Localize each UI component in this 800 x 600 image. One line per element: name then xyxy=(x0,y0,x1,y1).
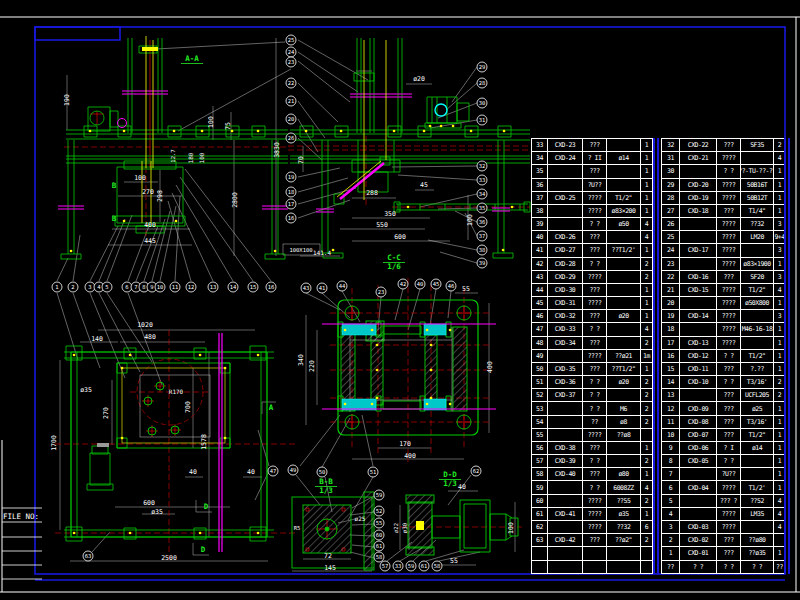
view-label: B-B xyxy=(319,477,333,486)
balloon-callout: 41 xyxy=(317,283,327,293)
balloon-callout: 2 xyxy=(68,282,78,292)
table-cell: ?U?? xyxy=(717,468,741,481)
table-cell: 1 xyxy=(641,468,653,481)
table-cell xyxy=(607,284,641,297)
table-cell: 28 xyxy=(662,192,680,205)
table-cell: ???? xyxy=(583,205,607,218)
dimension-label: 700 xyxy=(184,401,192,413)
table-cell: CXD-16 xyxy=(680,271,717,284)
table-cell: ???? xyxy=(717,231,741,244)
svg-text:46: 46 xyxy=(448,283,455,289)
table-cell xyxy=(548,561,583,574)
table-cell xyxy=(548,495,583,508)
dimension-label: 400 xyxy=(486,361,494,373)
dimension-label: 75 xyxy=(224,122,232,130)
balloon-callout: 40 xyxy=(415,279,425,289)
table-cell: 53 xyxy=(532,402,548,415)
balloon-callout: 59 xyxy=(406,561,416,571)
svg-text:39: 39 xyxy=(479,260,486,266)
balloon-callout: 55 xyxy=(374,518,384,528)
table-row: 15CXD-11????.??1 xyxy=(662,363,786,376)
table-cell: T1/2" xyxy=(741,284,774,297)
table-cell xyxy=(607,547,641,560)
table-row: 16CXD-12? ?T1/2"1 xyxy=(662,350,786,363)
table-cell xyxy=(607,337,641,350)
svg-text:37: 37 xyxy=(479,233,486,239)
balloon-callout: 28 xyxy=(477,78,487,88)
svg-text:58: 58 xyxy=(434,563,441,569)
table-cell: 36 xyxy=(532,179,548,192)
table-cell: T3/16' xyxy=(741,416,774,429)
svg-text:19: 19 xyxy=(288,174,295,180)
file-no-label: FILE NO: xyxy=(3,512,39,521)
balloon-callout: 21 xyxy=(286,96,296,106)
dimension-label: 298 xyxy=(156,190,164,202)
svg-text:13: 13 xyxy=(210,284,217,290)
dimension-label: 1020 xyxy=(137,321,153,329)
table-cell xyxy=(548,416,583,429)
table-cell: SF20 xyxy=(741,271,774,284)
dimension-label: 220 xyxy=(308,360,316,372)
dimension-label: 180 xyxy=(187,152,194,163)
table-cell: ???? xyxy=(583,297,607,310)
view-label: C-C xyxy=(387,253,401,262)
svg-text:63: 63 xyxy=(85,553,92,559)
table-cell xyxy=(532,561,548,574)
table-cell xyxy=(607,389,641,402)
table-row: 60??????552 xyxy=(532,495,653,508)
dimension-label: ø25 xyxy=(355,515,366,522)
view-section-a-a xyxy=(61,38,288,259)
table-row: 20????ø50X8001 xyxy=(662,297,786,310)
table-cell xyxy=(680,165,717,178)
table-row: 28CXD-19????50B12T1 xyxy=(662,192,786,205)
table-cell: 19 xyxy=(662,310,680,323)
table-row: 9CXD-06? Iø141 xyxy=(662,442,786,455)
table-row: 50CXD-35?????T1/2"1 xyxy=(532,363,653,376)
view-label: D xyxy=(204,502,209,511)
table-row: 40CXD-26???4 xyxy=(532,231,653,244)
table-cell xyxy=(680,389,717,402)
dimension-label: 12.7 xyxy=(170,149,176,162)
table-cell: 25 xyxy=(662,231,680,244)
view-label: D-D xyxy=(443,470,457,479)
table-cell xyxy=(641,429,653,442)
svg-text:6: 6 xyxy=(125,284,128,290)
view-detail-b-b xyxy=(292,492,374,570)
table-cell xyxy=(548,521,583,534)
balloon-callout: 52 xyxy=(374,506,384,516)
view-label: 1/3 xyxy=(319,486,333,495)
table-cell xyxy=(548,205,583,218)
table-cell: ??ø80 xyxy=(741,534,774,547)
table-cell: CXD-22 xyxy=(680,139,717,152)
table-cell: ø14 xyxy=(607,152,641,165)
table-row: 39? ?ø504 xyxy=(532,218,653,231)
balloon-callout: 23 xyxy=(376,287,386,297)
table-row xyxy=(532,561,653,574)
table-cell: ??ø35 xyxy=(741,547,774,560)
table-cell: CXD-09 xyxy=(680,402,717,415)
table-row: ??? ?? ?? ??? xyxy=(662,561,786,574)
dimension-label: 45 xyxy=(420,181,428,189)
table-cell: 18 xyxy=(662,323,680,336)
table-cell xyxy=(548,165,583,178)
balloon-callout: 33 xyxy=(393,561,403,571)
table-cell: CXD-35 xyxy=(548,363,583,376)
dimension-label: 40 xyxy=(458,483,466,491)
table-cell: ??? xyxy=(717,139,741,152)
balloon-callout: 25 xyxy=(286,35,296,45)
table-cell: 11 xyxy=(662,416,680,429)
table-cell xyxy=(583,561,607,574)
table-cell: 8 xyxy=(662,455,680,468)
table-cell: ??? ? xyxy=(717,495,741,508)
svg-text:22: 22 xyxy=(288,80,295,86)
balloon-callout: 24 xyxy=(286,47,296,57)
table-cell: 39 xyxy=(532,218,548,231)
table-cell: ø20 xyxy=(607,376,641,389)
table-cell: 44 xyxy=(532,284,548,297)
table-cell xyxy=(548,179,583,192)
table-cell xyxy=(583,547,607,560)
balloon-callout: 51 xyxy=(368,467,378,477)
table-cell: 62 xyxy=(532,521,548,534)
table-cell: T1/4" xyxy=(741,205,774,218)
svg-text:31: 31 xyxy=(479,117,486,123)
